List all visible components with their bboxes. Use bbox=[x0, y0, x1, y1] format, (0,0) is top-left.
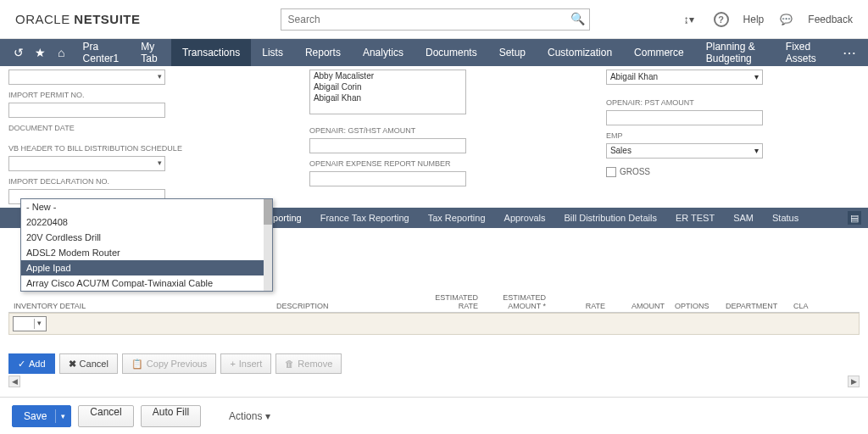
grid-row[interactable]: ▾ bbox=[8, 313, 860, 335]
unknown-select-1[interactable]: ▾ bbox=[8, 70, 165, 85]
cancel-button[interactable]: Cancel bbox=[78, 405, 133, 427]
feedback-icon[interactable]: 💬 bbox=[776, 9, 796, 30]
nav-item-transactions[interactable]: Transactions bbox=[171, 39, 251, 66]
nav-item-planning-budgeting[interactable]: Planning & Budgeting bbox=[695, 39, 775, 66]
autofill-button[interactable]: Auto Fill bbox=[141, 405, 201, 427]
dropdown-item[interactable]: 20220408 bbox=[21, 214, 272, 230]
home-icon[interactable]: ⌂ bbox=[51, 46, 72, 59]
input-expense-report[interactable] bbox=[309, 171, 466, 186]
nav-item-fixed-assets[interactable]: Fixed Assets bbox=[775, 39, 831, 66]
input-vb-header[interactable]: ▾ bbox=[8, 156, 165, 171]
item-dropdown[interactable]: - New -2022040820V Cordless DrillADSL2 M… bbox=[20, 198, 273, 292]
select-emp-value: Sales bbox=[610, 146, 632, 155]
brand-left: ORACLE bbox=[15, 12, 70, 26]
row-cancel-button[interactable]: ✖Cancel bbox=[59, 353, 118, 374]
role-switcher-icon[interactable]: ↨▾ bbox=[679, 9, 699, 30]
col-rate: RATE bbox=[551, 302, 610, 310]
name-list-item[interactable]: Abigail Corin bbox=[310, 81, 465, 92]
nav-overflow-icon[interactable]: ⋯ bbox=[831, 45, 868, 61]
label-import-declaration: IMPORT DECLARATION NO. bbox=[8, 177, 182, 186]
grid-header: INVENTORY DETAIL DESCRIPTION ESTIMATED R… bbox=[8, 289, 860, 313]
label-gross: GROSS bbox=[620, 167, 650, 176]
col-description: DESCRIPTION bbox=[271, 302, 415, 310]
label-emp: EMP bbox=[606, 131, 776, 140]
nav-item-commerce[interactable]: Commerce bbox=[623, 39, 695, 66]
subtab-status[interactable]: Status bbox=[772, 213, 798, 223]
feedback-label[interactable]: Feedback bbox=[808, 14, 853, 25]
col-inventory: INVENTORY DETAIL bbox=[8, 302, 271, 310]
dropdown-item[interactable]: - New - bbox=[21, 199, 272, 214]
label-import-permit: IMPORT PERMIT NO. bbox=[8, 91, 182, 99]
main-nav: ↺ ★ ⌂ Pra Center1My TabTransactionsLists… bbox=[0, 39, 868, 66]
dropdown-scrollbar[interactable] bbox=[264, 199, 272, 291]
remove-button[interactable]: 🗑Remove bbox=[275, 353, 342, 374]
nav-item-my-tab[interactable]: My Tab bbox=[130, 39, 171, 66]
favorites-icon[interactable]: ★ bbox=[30, 46, 51, 59]
dropdown-item[interactable]: 20V Cordless Drill bbox=[21, 230, 272, 245]
subtab-tax[interactable]: Tax Reporting bbox=[428, 213, 486, 223]
col-amount: AMOUNT bbox=[610, 302, 670, 310]
brand-right: NETSUITE bbox=[74, 12, 140, 26]
input-import-permit[interactable] bbox=[8, 103, 165, 118]
name-list-item[interactable]: Abigail Khan bbox=[310, 92, 465, 103]
nav-item-reports[interactable]: Reports bbox=[294, 39, 352, 66]
save-button[interactable]: Save▾ bbox=[12, 405, 71, 427]
subtab-billdist[interactable]: Bill Distribution Details bbox=[564, 213, 656, 223]
input-pst-amount[interactable] bbox=[606, 110, 763, 125]
actions-menu[interactable]: Actions ▾ bbox=[229, 410, 270, 422]
nav-item-analytics[interactable]: Analytics bbox=[352, 39, 415, 66]
subtab-ertest[interactable]: ER TEST bbox=[676, 213, 715, 223]
select-emp[interactable]: Sales▾ bbox=[606, 143, 763, 159]
label-gst-hst: OPENAIR: GST/HST AMOUNT bbox=[309, 126, 479, 135]
select-top-name-value: Abigail Khan bbox=[610, 72, 658, 81]
subtab-approvals[interactable]: Approvals bbox=[504, 213, 546, 223]
insert-button[interactable]: +Insert bbox=[220, 353, 271, 374]
nav-item-lists[interactable]: Lists bbox=[251, 39, 294, 66]
label-vb-header: VB HEADER TO BILL DISTRIBUTION SCHEDULE bbox=[8, 144, 182, 153]
add-button[interactable]: ✓Add bbox=[8, 353, 55, 374]
dropdown-item[interactable]: ADSL2 Modem Router bbox=[21, 245, 272, 260]
select-top-name[interactable]: Abigail Khan▾ bbox=[606, 70, 763, 85]
input-gst-hst[interactable] bbox=[309, 138, 466, 153]
help-label[interactable]: Help bbox=[743, 14, 765, 25]
col-est-rate: ESTIMATED RATE bbox=[415, 293, 483, 310]
brand-logo: ORACLE NETSUITE bbox=[15, 12, 141, 26]
nav-item-customization[interactable]: Customization bbox=[537, 39, 623, 66]
scroll-left-icon[interactable]: ◀ bbox=[8, 376, 20, 387]
search-input[interactable] bbox=[281, 8, 590, 31]
nav-item-pra-center1[interactable]: Pra Center1 bbox=[72, 39, 131, 66]
label-pst-amount: OPENAIR: PST AMOUNT bbox=[606, 98, 776, 107]
checkbox-gross[interactable] bbox=[606, 167, 616, 177]
col-options: OPTIONS bbox=[670, 302, 721, 310]
copy-previous-button[interactable]: 📋Copy Previous bbox=[122, 353, 217, 374]
subtab-layout-icon[interactable]: ▤ bbox=[848, 211, 861, 225]
label-expense-report: OPENAIR EXPENSE REPORT NUMBER bbox=[309, 159, 479, 168]
name-list-item[interactable]: Abby Macalister bbox=[310, 70, 465, 81]
col-est-amount: ESTIMATED AMOUNT * bbox=[483, 293, 551, 310]
footer-bar: Save▾ Cancel Auto Fill Actions ▾ bbox=[0, 397, 868, 434]
help-icon[interactable]: ? bbox=[711, 9, 732, 30]
label-document-date: DOCUMENT DATE bbox=[8, 124, 182, 132]
item-cell-dropdown[interactable]: ▾ bbox=[13, 316, 47, 331]
dropdown-item[interactable]: Array Cisco ACU7M Compat-Twinaxial Cable bbox=[21, 275, 272, 291]
subtab-sam[interactable]: SAM bbox=[733, 213, 754, 223]
col-department: DEPARTMENT bbox=[721, 302, 788, 310]
horizontal-scrollbar[interactable]: ◀ ▶ bbox=[8, 376, 860, 387]
nav-item-setup[interactable]: Setup bbox=[488, 39, 537, 66]
search-icon[interactable]: 🔍 bbox=[570, 12, 585, 25]
nav-item-documents[interactable]: Documents bbox=[415, 39, 488, 66]
col-cla: CLA bbox=[788, 302, 814, 310]
dropdown-item[interactable]: Apple Ipad bbox=[21, 260, 272, 275]
name-listbox[interactable]: Abby MacalisterAbigail CorinAbigail Khan bbox=[309, 70, 466, 114]
scroll-right-icon[interactable]: ▶ bbox=[848, 376, 860, 387]
recent-icon[interactable]: ↺ bbox=[8, 46, 30, 59]
subtab-france[interactable]: France Tax Reporting bbox=[320, 213, 409, 223]
